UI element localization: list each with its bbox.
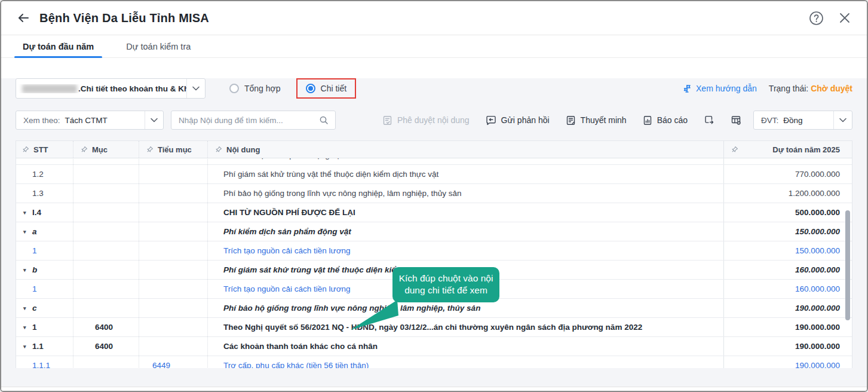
cell-stt: 1.1: [16, 158, 73, 164]
column-label: Nội dung: [226, 145, 260, 154]
cell-noi-dung: Các khoản thanh toán khác cho cá nhân: [207, 337, 723, 356]
radio-tong-hop[interactable]: Tổng hợp: [229, 84, 281, 93]
cell-amount: 150.000.000: [723, 222, 852, 241]
cell-tieu-muc: [139, 203, 207, 222]
explanation-button[interactable]: Thuyết minh: [566, 115, 627, 125]
tooltip-text: Kích đúp chuột vào nội dung chi tiết để …: [399, 273, 493, 295]
table-row[interactable]: 1.3Phí bảo hộ giống trong lĩnh vực nông …: [16, 184, 852, 203]
table-row[interactable]: 1.2Phí giám sát khử trùng vật thể thuộc …: [16, 165, 852, 184]
pin-icon[interactable]: [22, 146, 29, 153]
table-row[interactable]: ▾16400Theo Nghị quyết số 56/2021 NQ - HĐ…: [16, 318, 852, 337]
pin-icon[interactable]: [731, 146, 738, 153]
cell-stt: ▾I.4: [16, 203, 73, 222]
tab-label: Dự toán đầu năm: [23, 42, 94, 51]
vertical-scrollbar[interactable]: [845, 210, 850, 320]
pin-icon[interactable]: [81, 146, 88, 153]
cell-muc: [73, 165, 139, 183]
cell-tieu-muc: 6449: [139, 356, 207, 368]
cell-amount: 770.000.000: [723, 165, 852, 183]
chevron-down-icon[interactable]: [833, 111, 852, 129]
view-by-value: Tách CTMT: [65, 116, 145, 125]
cell-stt: 1.1.1: [16, 356, 73, 368]
cell-tieu-muc: [139, 165, 207, 183]
search-input[interactable]: [171, 116, 312, 125]
cell-noi-dung: Phí bảo hộ giống trong lĩnh vực nông ngh…: [207, 184, 723, 203]
button-label: Phê duyệt nội dung: [397, 115, 470, 125]
cell-amount: 190.000.000: [723, 318, 852, 336]
table-row[interactable]: 1Trích tạo nguồn cải cách tiền lương150.…: [16, 241, 852, 261]
table-row[interactable]: 1.1.16449Trợ cấp, phụ cấp khác (tiền 56 …: [16, 356, 852, 368]
radio-chi-tiet[interactable]: Chi tiết: [306, 84, 347, 93]
view-guide-link[interactable]: Xem hướng dẫn: [682, 84, 757, 93]
cell-amount: 900.000.000: [723, 158, 852, 164]
cell-amount: 190.000.000: [723, 356, 852, 368]
cell-stt: ▾a: [16, 222, 73, 241]
table-row[interactable]: ▾I.4CHI TỪ NGUỒN PHÍ ĐƯỢC ĐỂ LẠI500.000.…: [16, 203, 852, 222]
expand-icon[interactable]: ▾: [23, 267, 32, 273]
close-icon[interactable]: [836, 9, 854, 27]
button-label: Báo cáo: [657, 115, 688, 125]
report-button[interactable]: Báo cáo: [643, 115, 688, 125]
pin-icon[interactable]: [215, 146, 222, 153]
expand-icon[interactable]: ▾: [23, 344, 32, 350]
approve-content-button[interactable]: Phê duyệt nội dung: [382, 115, 470, 125]
cell-tieu-muc: [139, 241, 207, 260]
cell-amount: 190.000.000: [723, 299, 852, 317]
tab-bar: Dự toán đầu năm Dự toán kiểm tra: [1, 35, 867, 58]
cell-stt: ▾1.1: [16, 337, 73, 356]
column-label: STT: [33, 145, 48, 154]
column-label: Mục: [92, 145, 108, 154]
send-feedback-button[interactable]: Gửi phản hồi: [486, 115, 550, 125]
column-header-muc[interactable]: Mục: [73, 141, 139, 158]
tooltip-tail: [351, 300, 398, 331]
chevron-down-icon[interactable]: [145, 111, 163, 129]
tab-du-toan-dau-nam[interactable]: Dự toán đầu năm: [13, 35, 103, 57]
cell-tieu-muc: [139, 318, 207, 336]
expand-icon[interactable]: ▾: [23, 324, 32, 330]
cell-muc: 6400: [73, 318, 139, 336]
table-row[interactable]: ▾aPhí kiểm dịch sản phẩm động vật150.000…: [16, 222, 852, 241]
cell-tieu-muc: [139, 222, 207, 241]
column-header-stt[interactable]: STT: [16, 141, 73, 158]
view-by-label: Xem theo:: [16, 116, 60, 125]
highlight-box: Chi tiết: [296, 78, 357, 99]
page-title: Bệnh Viện Da Liễu Tỉnh MISA: [39, 11, 209, 25]
column-settings-button[interactable]: [731, 115, 741, 125]
cell-muc: [73, 241, 139, 260]
pin-icon[interactable]: [146, 146, 154, 153]
cell-muc: 6400: [73, 337, 139, 356]
button-label: Gửi phản hồi: [501, 115, 550, 125]
cell-amount: 160.000.000: [723, 280, 852, 298]
cell-noi-dung: Phí kiểm dịch sản phẩm động vật: [207, 158, 723, 164]
radio-circle-icon: [229, 84, 239, 93]
unit-label: ĐVT:: [754, 116, 778, 125]
cell-amount: 1.200.000.000: [723, 184, 852, 203]
cell-tieu-muc: [139, 158, 207, 164]
template-dropdown[interactable]: .Chi tiết theo khoản thu & Khôn: [16, 78, 206, 99]
column-header-tieu-muc[interactable]: Tiểu mục: [139, 141, 207, 158]
app-window: Bệnh Viện Da Liễu Tỉnh MISA Dự toán đầu …: [0, 0, 868, 392]
expand-icon[interactable]: ▾: [23, 210, 32, 216]
cell-stt: ▾b: [16, 261, 73, 279]
cell-stt: ▾c: [16, 299, 73, 317]
unit-dropdown[interactable]: ĐVT: Đồng: [753, 111, 852, 130]
back-icon[interactable]: [14, 9, 32, 27]
view-by-dropdown[interactable]: Xem theo: Tách CTMT: [16, 111, 164, 130]
tab-du-toan-kiem-tra[interactable]: Dự toán kiểm tra: [116, 35, 200, 57]
table-row[interactable]: ▾1.16400Các khoản thanh toán khác cho cá…: [16, 337, 852, 356]
column-header-du-toan[interactable]: Dự toán năm 2025: [723, 141, 852, 158]
status-label: Trạng thái:: [769, 84, 808, 93]
table-row[interactable]: 1.1Phí kiểm dịch sản phẩm động vật900.00…: [16, 158, 852, 165]
guide-icon: [682, 84, 692, 93]
column-header-noi-dung[interactable]: Nội dung: [207, 141, 723, 158]
cell-stt: ▾1: [16, 318, 73, 336]
chevron-down-icon[interactable]: [186, 79, 205, 98]
help-icon[interactable]: [807, 9, 825, 27]
cell-stt: 1.3: [16, 184, 73, 203]
expand-icon[interactable]: ▾: [23, 229, 32, 235]
expand-icon[interactable]: ▾: [23, 305, 32, 311]
transfer-button[interactable]: [704, 115, 714, 125]
cell-noi-dung: Phí giám sát khử trùng vật thể thuộc diệ…: [207, 165, 723, 183]
tooltip-callout: Kích đúp chuột vào nội dung chi tiết để …: [392, 267, 499, 302]
search-icon[interactable]: [319, 115, 329, 125]
